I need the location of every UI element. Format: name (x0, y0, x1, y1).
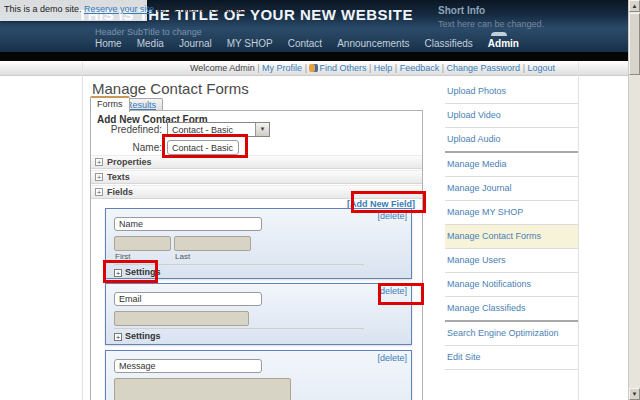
field-card-name: [delete] First Last +Settings (105, 208, 412, 279)
field-card-message: [delete] (105, 350, 412, 400)
welcome-link-help[interactable]: Help (374, 63, 393, 73)
nav-item-media[interactable]: Media (137, 38, 164, 49)
separator: | (439, 63, 446, 73)
demo-notice-text: This is a demo site. Reserve your site f… (4, 4, 252, 14)
content-right-edge (578, 62, 579, 400)
welcome-user-text: Welcome Admin (190, 63, 255, 73)
welcome-link-my-profile[interactable]: My Profile (262, 63, 302, 73)
short-info-text: Text here can be changed. (438, 18, 544, 30)
short-info-title: Short Info (438, 4, 544, 18)
delete-field-link[interactable]: [delete] (377, 211, 407, 221)
field-settings-toggle[interactable]: +Settings (114, 331, 161, 341)
settings-label: Settings (125, 267, 161, 277)
form-name-input[interactable] (167, 140, 239, 155)
form-name-label: Name: (91, 142, 162, 153)
predefined-select[interactable]: Contact - Basic ▼ (167, 122, 270, 137)
section-properties-label: Properties (107, 157, 152, 167)
email-preview-input (114, 311, 249, 326)
field-label-input[interactable] (114, 217, 262, 231)
demo-notice-bar: This is a demo site. Reserve your site f… (0, 0, 147, 21)
sidebar-item-search-engine-optimization[interactable]: Search Engine Optimization (445, 322, 578, 346)
field-card-email: [delete] +Settings (105, 283, 412, 345)
header-bottom-bar (0, 52, 628, 61)
message-preview-textarea (114, 378, 291, 400)
sidebar-item-manage-users[interactable]: Manage Users (445, 249, 578, 273)
nav-item-home[interactable]: Home (95, 38, 122, 49)
main-nav: HomeMediaJournalMY SHOPContactAnnounceme… (95, 38, 519, 49)
field-settings-toggle[interactable]: +Settings (114, 267, 161, 277)
demo-notice-suffix: for permanent changes. (154, 4, 252, 14)
section-texts[interactable]: + Texts (91, 170, 422, 184)
sidebar-item-upload-photos[interactable]: Upload Photos (445, 80, 578, 104)
separator: | (392, 63, 399, 73)
sidebar-item-manage-my-shop[interactable]: Manage MY SHOP (445, 201, 578, 225)
nav-item-journal[interactable]: Journal (179, 38, 212, 49)
expand-icon[interactable]: + (95, 188, 103, 196)
separator: | (255, 63, 262, 73)
demo-notice-prefix: This is a demo site. (4, 4, 84, 14)
welcome-link-find-others[interactable]: Find Others (319, 63, 366, 73)
reserve-site-link[interactable]: Reserve your site (84, 4, 154, 14)
settings-label: Settings (125, 331, 161, 341)
first-name-preview-input (114, 236, 171, 251)
field-label-input[interactable] (114, 359, 262, 373)
welcome-bar: Welcome Admin | My Profile | Find Others… (0, 61, 628, 76)
welcome-link-feedback[interactable]: Feedback (400, 63, 440, 73)
section-fields-label: Fields (107, 187, 133, 197)
header-subtitle: Header SubTitle to change (95, 27, 202, 37)
page-title: Manage Contact Forms (92, 80, 249, 97)
content-left-edge (82, 62, 83, 400)
scroll-down-icon[interactable]: ▼ (629, 388, 640, 400)
last-sublabel: Last (175, 252, 190, 261)
scrollbar-thumb[interactable] (629, 13, 640, 75)
people-icon (309, 64, 318, 72)
card-divider (114, 264, 364, 265)
delete-field-link[interactable]: [delete] (377, 353, 407, 363)
welcome-link-logout[interactable]: Logout (527, 63, 555, 73)
welcome-link-change-password[interactable]: Change Password (447, 63, 521, 73)
nav-item-my-shop[interactable]: MY SHOP (227, 38, 273, 49)
section-fields[interactable]: + Fields (91, 185, 422, 199)
first-sublabel: First (115, 252, 131, 261)
predefined-label: Predefined: (91, 124, 162, 135)
sidebar-item-edit-site[interactable]: Edit Site (445, 346, 578, 370)
separator: | (302, 63, 309, 73)
short-info-block: Short Info Text here can be changed. (438, 4, 544, 30)
admin-sidebar: Upload PhotosUpload VideoUpload AudioMan… (445, 80, 578, 370)
predefined-selected-value: Contact - Basic (172, 125, 233, 135)
nav-item-announcements[interactable]: Announcements (337, 38, 409, 49)
expand-icon: + (114, 333, 122, 341)
select-dropdown-icon[interactable]: ▼ (255, 123, 269, 136)
nav-item-admin[interactable]: Admin (488, 38, 519, 49)
sidebar-item-manage-media[interactable]: Manage Media (445, 153, 578, 177)
sidebar-item-upload-audio[interactable]: Upload Audio (445, 128, 578, 153)
sidebar-item-manage-classifieds[interactable]: Manage Classifieds (445, 297, 578, 322)
tab-forms[interactable]: Forms (90, 96, 130, 112)
expand-icon: + (114, 269, 122, 277)
delete-field-link[interactable]: [delete] (377, 286, 407, 296)
card-divider (114, 328, 364, 329)
last-name-preview-input (174, 236, 251, 251)
separator: | (367, 63, 374, 73)
section-properties[interactable]: + Properties (91, 155, 422, 169)
browser-viewport: THIS IS THE TITLE OF YOUR NEW WEBSITE Sh… (0, 0, 640, 400)
nav-item-classifieds[interactable]: Classifieds (424, 38, 472, 49)
section-texts-label: Texts (107, 172, 130, 182)
field-label-input[interactable] (114, 292, 262, 306)
nav-item-contact[interactable]: Contact (288, 38, 322, 49)
expand-icon[interactable]: + (95, 158, 103, 166)
forms-tab-panel: Add New Contact Form Predefined: Contact… (90, 110, 423, 400)
expand-icon[interactable]: + (95, 173, 103, 181)
welcome-links: | My Profile | Find Others | Help | Feed… (255, 63, 555, 73)
sidebar-item-manage-contact-forms[interactable]: Manage Contact Forms (445, 225, 578, 249)
sidebar-item-manage-journal[interactable]: Manage Journal (445, 177, 578, 201)
scroll-up-icon[interactable]: ▲ (629, 0, 640, 12)
sidebar-item-upload-video[interactable]: Upload Video (445, 104, 578, 128)
vertical-scrollbar[interactable]: ▲ ▼ (628, 0, 640, 400)
sidebar-item-manage-notifications[interactable]: Manage Notifications (445, 273, 578, 297)
